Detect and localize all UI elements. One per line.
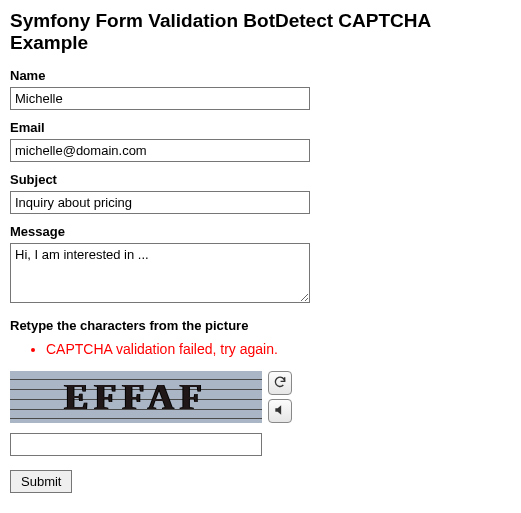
name-label: Name	[10, 68, 511, 83]
reload-icon	[273, 375, 287, 392]
sound-icon	[273, 403, 287, 420]
subject-label: Subject	[10, 172, 511, 187]
captcha-image-text: EFFAF	[10, 371, 262, 423]
captcha-reload-button[interactable]	[268, 371, 292, 395]
submit-button[interactable]: Submit	[10, 470, 72, 493]
email-field: Email	[10, 120, 511, 162]
captcha-controls	[268, 371, 292, 423]
name-field: Name	[10, 68, 511, 110]
captcha-image: EFFAF	[10, 371, 262, 423]
subject-input[interactable]	[10, 191, 310, 214]
message-textarea[interactable]: Hi, I am interested in ...	[10, 243, 310, 303]
page-title: Symfony Form Validation BotDetect CAPTCH…	[10, 10, 511, 54]
message-field: Message Hi, I am interested in ...	[10, 224, 511, 306]
captcha-input[interactable]	[10, 433, 262, 456]
subject-field: Subject	[10, 172, 511, 214]
email-label: Email	[10, 120, 511, 135]
captcha-sound-button[interactable]	[268, 399, 292, 423]
captcha-error: CAPTCHA validation failed, try again.	[46, 341, 511, 357]
error-list: CAPTCHA validation failed, try again.	[10, 341, 511, 357]
message-label: Message	[10, 224, 511, 239]
captcha-row: EFFAF	[10, 371, 511, 423]
email-input[interactable]	[10, 139, 310, 162]
name-input[interactable]	[10, 87, 310, 110]
captcha-label: Retype the characters from the picture	[10, 318, 511, 333]
